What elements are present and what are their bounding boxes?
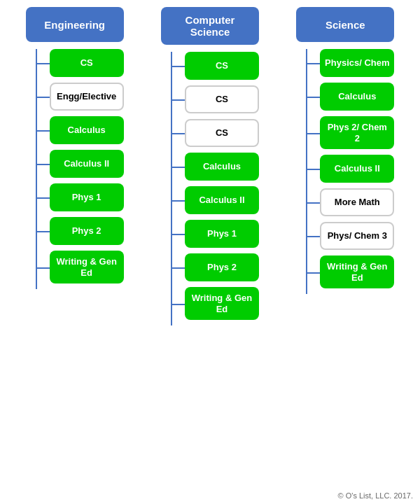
- item-box-science-2: Phys 2/ Chem 2: [320, 116, 394, 149]
- items-science: Physics/ ChemCalculusPhys 2/ Chem 2Calcu…: [296, 49, 394, 294]
- item-box-engineering-2: Calculus: [50, 116, 124, 144]
- item-box-computer-science-1: CS: [185, 85, 259, 113]
- item-box-computer-science-2: CS: [185, 119, 259, 147]
- header-science: Science: [296, 7, 394, 42]
- list-item: Phys 2/ Chem 2: [296, 116, 394, 149]
- list-item: Phys/ Chem 3: [296, 222, 394, 250]
- list-item: Calculus II: [296, 155, 394, 183]
- items-computer-science: CSCSCSCalculusCalculus IIPhys 1Phys 2Wri…: [161, 52, 259, 326]
- item-box-science-3: Calculus II: [320, 155, 394, 183]
- item-box-engineering-5: Phys 2: [50, 217, 124, 245]
- copyright-text: © O's List, LLC. 2017.: [338, 491, 413, 500]
- item-box-computer-science-5: Phys 1: [185, 220, 259, 248]
- list-item: CS: [26, 49, 124, 77]
- list-item: Writing & Gen Ed: [296, 255, 394, 288]
- item-box-computer-science-3: Calculus: [185, 153, 259, 181]
- list-item: Writing & Gen Ed: [161, 287, 259, 320]
- item-box-science-1: Calculus: [320, 83, 394, 111]
- header-engineering: Engineering: [26, 7, 124, 42]
- item-box-science-5: Phys/ Chem 3: [320, 222, 394, 250]
- item-box-science-0: Physics/ Chem: [320, 49, 394, 77]
- list-item: Phys 2: [26, 217, 124, 245]
- item-box-science-6: Writing & Gen Ed: [320, 255, 394, 288]
- list-item: Calculus: [296, 83, 394, 111]
- item-box-computer-science-6: Phys 2: [185, 253, 259, 281]
- item-box-engineering-6: Writing & Gen Ed: [50, 251, 124, 284]
- header-computer-science: Computer Science: [161, 7, 259, 45]
- list-item: Writing & Gen Ed: [26, 251, 124, 284]
- item-box-engineering-4: Phys 1: [50, 183, 124, 211]
- list-item: CS: [161, 119, 259, 147]
- items-engineering: CSEngg/ElectiveCalculusCalculus IIPhys 1…: [26, 49, 124, 289]
- list-item: Phys 1: [26, 183, 124, 211]
- list-item: CS: [161, 52, 259, 80]
- list-item: Phys 1: [161, 220, 259, 248]
- item-box-computer-science-7: Writing & Gen Ed: [185, 287, 259, 320]
- item-box-computer-science-4: Calculus II: [185, 186, 259, 214]
- list-item: Physics/ Chem: [296, 49, 394, 77]
- list-item: Engg/Elective: [26, 83, 124, 111]
- list-item: Calculus II: [26, 150, 124, 178]
- item-box-science-4: More Math: [320, 188, 394, 216]
- list-item: Calculus: [26, 116, 124, 144]
- list-item: Calculus II: [161, 186, 259, 214]
- item-box-engineering-0: CS: [50, 49, 124, 77]
- item-box-engineering-1: Engg/Elective: [50, 83, 124, 111]
- list-item: Phys 2: [161, 253, 259, 281]
- list-item: Calculus: [161, 153, 259, 181]
- column-science: SciencePhysics/ ChemCalculusPhys 2/ Chem…: [284, 7, 407, 294]
- list-item: More Math: [296, 188, 394, 216]
- column-engineering: EngineeringCSEngg/ElectiveCalculusCalcul…: [13, 7, 136, 289]
- list-item: CS: [161, 85, 259, 113]
- column-computer-science: Computer ScienceCSCSCSCalculusCalculus I…: [148, 7, 271, 326]
- item-box-computer-science-0: CS: [185, 52, 259, 80]
- item-box-engineering-3: Calculus II: [50, 150, 124, 178]
- main-container: EngineeringCSEngg/ElectiveCalculusCalcul…: [0, 0, 420, 332]
